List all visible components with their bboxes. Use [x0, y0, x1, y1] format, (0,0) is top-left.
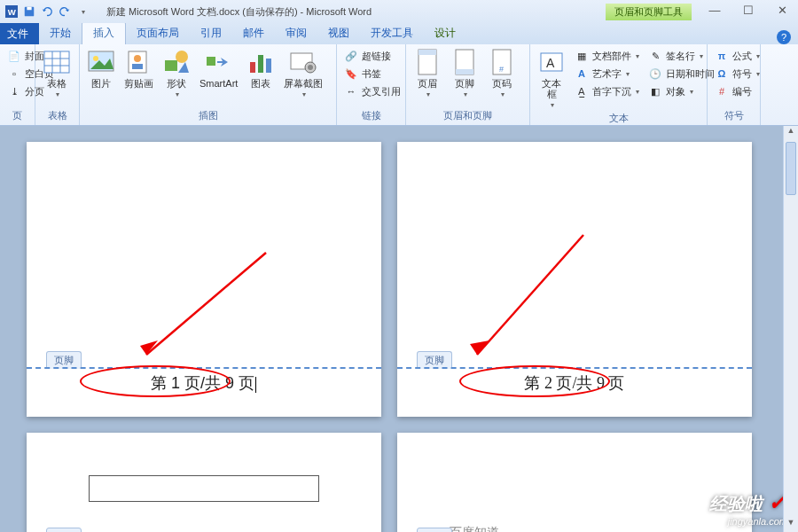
svg-rect-3 [27, 7, 31, 11]
number-button[interactable]: #编号 [713, 83, 762, 99]
tab-view[interactable]: 视图 [317, 22, 360, 44]
number-icon: # [715, 84, 729, 98]
close-button[interactable]: ✕ [770, 2, 794, 18]
tab-mailings[interactable]: 邮件 [232, 22, 275, 44]
redo-icon[interactable] [57, 4, 73, 20]
svg-rect-24 [419, 50, 436, 55]
svg-point-12 [134, 55, 141, 62]
undo-icon[interactable] [39, 4, 55, 20]
clipart-button[interactable]: 剪贴画 [121, 46, 157, 90]
svg-rect-16 [207, 57, 215, 66]
page-icon: 📄 [7, 49, 21, 63]
clipart-icon [125, 48, 153, 76]
page-1-next[interactable]: 页眉 [27, 433, 381, 532]
symbol-button[interactable]: Ω符号 [713, 66, 762, 82]
page-1[interactable]: 页脚 第 1 页/共 9 页 [27, 142, 381, 417]
tab-file[interactable]: 文件 [0, 23, 39, 44]
svg-rect-4 [44, 51, 69, 73]
smartart-button[interactable]: SmartArt [196, 46, 241, 90]
table-icon [43, 48, 71, 76]
table-button[interactable]: 表格 [39, 46, 74, 100]
footer-button[interactable]: 页脚 [447, 46, 482, 100]
dropcap-button[interactable]: A̲首字下沉 [573, 83, 641, 99]
maximize-button[interactable]: ☐ [736, 2, 761, 18]
hyperlink-icon: 🔗 [344, 49, 358, 63]
header-tag-2: 页眉 [417, 528, 452, 532]
header-button[interactable]: 页眉 [410, 46, 445, 100]
header-icon [413, 48, 442, 76]
page-2[interactable]: 页脚 第 2 页/共 9 页 [397, 142, 752, 417]
svg-text:A: A [546, 56, 555, 70]
annotation-arrow-1 [133, 248, 275, 372]
svg-line-32 [477, 235, 583, 355]
svg-point-22 [308, 65, 313, 70]
group-table-label: 表格 [39, 108, 75, 123]
tab-home[interactable]: 开始 [39, 22, 82, 44]
document-area: 页脚 第 1 页/共 9 页 页脚 第 2 页/共 9 页 页眉 1.百度知道 … [0, 126, 798, 532]
svg-rect-18 [258, 55, 263, 73]
tab-developer[interactable]: 开发工具 [360, 22, 424, 44]
svg-line-31 [146, 253, 266, 355]
tab-references[interactable]: 引用 [190, 22, 232, 44]
quick-access-toolbar: W [0, 4, 90, 20]
wordart-button[interactable]: A艺术字 [573, 66, 641, 82]
crossref-button[interactable]: ↔交叉引用 [342, 83, 403, 99]
vertical-scrollbar[interactable]: ▲ ▼ [783, 126, 798, 532]
chart-button[interactable]: 图表 [243, 46, 278, 90]
annotation-arrow-2 [450, 231, 592, 372]
tab-design[interactable]: 设计 [424, 22, 466, 44]
save-icon[interactable] [21, 4, 37, 20]
textbox-button[interactable]: A文本框 [534, 46, 569, 111]
svg-rect-26 [456, 69, 473, 74]
pagenum-button[interactable]: #页码 [484, 46, 520, 100]
shapes-icon [162, 48, 191, 76]
footer-icon [450, 48, 479, 76]
equation-button[interactable]: π公式 [713, 48, 762, 64]
bookmark-button[interactable]: 🔖书签 [342, 66, 403, 82]
group-illustrations-label: 插图 [83, 108, 332, 123]
scroll-up-icon[interactable]: ▲ [784, 126, 798, 140]
hyperlink-button[interactable]: 🔗超链接 [342, 48, 403, 64]
svg-rect-19 [266, 59, 271, 73]
ribbon-tabs: 文件 开始 插入 页面布局 引用 邮件 审阅 视图 开发工具 设计 ? [0, 23, 798, 44]
pagenum-icon: # [488, 48, 516, 76]
svg-rect-13 [132, 64, 143, 69]
group-symbols-label: 符号 [711, 108, 756, 123]
smartart-icon [205, 48, 233, 76]
qat-more-icon[interactable] [74, 4, 90, 20]
wordart-icon: A [575, 66, 589, 81]
datetime-icon: 🕒 [648, 66, 662, 81]
svg-text:#: # [499, 65, 504, 74]
scroll-down-icon[interactable]: ▼ [784, 518, 798, 532]
datetime-button[interactable]: 🕒日期和时间 [646, 66, 716, 82]
bookmark-icon: 🔖 [344, 66, 358, 81]
signature-button[interactable]: ✎签名行 [646, 48, 716, 64]
picture-button[interactable]: 图片 [83, 46, 119, 90]
tab-layout[interactable]: 页面布局 [126, 22, 190, 44]
symbol-icon: Ω [715, 66, 729, 81]
minimize-button[interactable]: — [702, 2, 727, 18]
quickparts-button[interactable]: ▦文档部件 [573, 48, 641, 64]
object-button[interactable]: ◧对象 [646, 83, 716, 99]
tab-review[interactable]: 审阅 [275, 22, 317, 44]
help-icon[interactable]: ? [777, 30, 791, 44]
scroll-thumb[interactable] [786, 142, 796, 195]
quickparts-icon: ▦ [575, 49, 589, 63]
window-title: 新建 Microsoft Word 文档.docx (自动保存的) - Micr… [90, 5, 606, 19]
textbox-icon: A [537, 48, 566, 76]
svg-rect-14 [165, 60, 177, 71]
blank-page-icon: ▫ [7, 66, 21, 81]
break-icon: ⤓ [7, 84, 21, 98]
page-2-next[interactable]: 1.百度知道 页眉 [397, 433, 752, 532]
group-pages-label: 页 [4, 108, 31, 123]
chart-icon [246, 48, 275, 76]
group-links-label: 链接 [340, 108, 402, 123]
shapes-button[interactable]: 形状 [159, 46, 194, 100]
svg-point-15 [176, 51, 188, 63]
signature-icon: ✎ [648, 49, 662, 63]
watermark: 经验啦 ✓ jingyanla.com [709, 489, 787, 527]
screenshot-button[interactable]: 屏幕截图 [280, 46, 326, 100]
tab-insert[interactable]: 插入 [82, 21, 126, 44]
object-icon: ◧ [648, 84, 662, 98]
equation-icon: π [715, 49, 729, 63]
